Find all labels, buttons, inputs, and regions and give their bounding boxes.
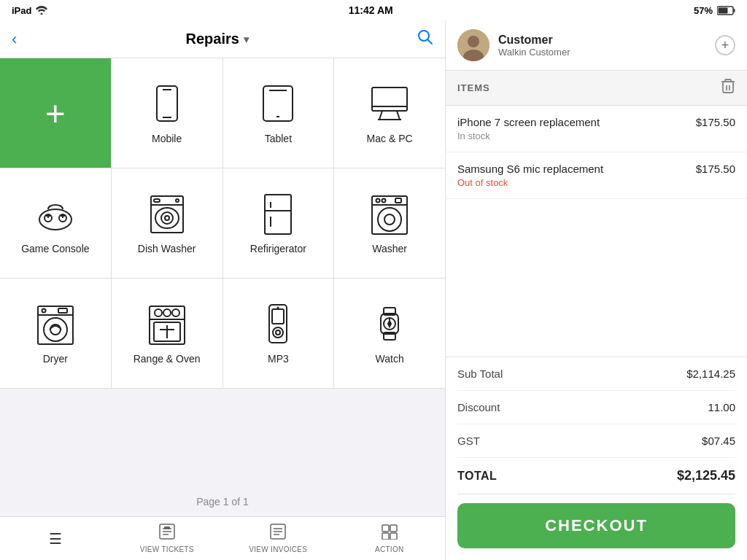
svg-rect-48	[58, 308, 67, 313]
mp3-icon	[256, 302, 300, 346]
customer-name: Customer	[498, 34, 706, 47]
chevron-down-icon[interactable]: ▾	[244, 34, 249, 45]
subtotal-label: Sub Total	[457, 368, 503, 380]
back-button[interactable]: ‹	[12, 30, 17, 49]
dryer-label: Dryer	[43, 353, 68, 365]
add-customer-button[interactable]: +	[715, 35, 735, 55]
category-game-console[interactable]: Game Console	[0, 168, 112, 278]
discount-row: Discount 11.00	[457, 391, 735, 424]
svg-rect-42	[395, 198, 401, 203]
svg-rect-31	[265, 195, 291, 234]
svg-rect-78	[390, 525, 397, 532]
nav-menu[interactable]: ☰	[0, 517, 112, 560]
svg-point-27	[161, 212, 173, 224]
pagination: Page 1 of 1	[0, 487, 445, 516]
item-name: iPhone 7 screen replacement	[457, 116, 600, 128]
subtotal-value: $2,114.25	[686, 368, 735, 380]
dish-washer-icon	[145, 192, 189, 236]
category-washer[interactable]: Washer	[334, 168, 445, 278]
category-dryer[interactable]: Dryer	[0, 279, 112, 388]
wifi-icon	[36, 6, 47, 15]
item-name: Samsung S6 mic replacement	[457, 163, 603, 175]
status-right: 57%	[694, 5, 735, 16]
left-header: ‹ Repairs ▾	[0, 20, 445, 58]
totals-section: Sub Total $2,114.25 Discount 11.00 GST $…	[446, 357, 747, 494]
category-range-oven[interactable]: Range & Oven	[112, 279, 223, 388]
view-tickets-label: VIEW TICKETS	[140, 545, 194, 553]
svg-point-53	[163, 309, 171, 316]
svg-marker-66	[388, 321, 391, 327]
svg-line-13	[379, 111, 382, 120]
item-price: $175.50	[696, 163, 735, 175]
add-category-button[interactable]: +	[0, 58, 112, 168]
category-mac-pc[interactable]: Mac & PC	[334, 58, 445, 168]
tickets-icon	[158, 524, 176, 544]
gst-value: $07.45	[702, 435, 735, 447]
category-dish-washer[interactable]: Dish Washer	[112, 168, 223, 278]
discount-label: Discount	[457, 401, 500, 413]
washer-label: Washer	[372, 243, 407, 254]
search-icon[interactable]	[417, 29, 433, 50]
game-console-label: Game Console	[21, 243, 89, 254]
status-time: 11:42 AM	[349, 4, 393, 16]
item-status: Out of stock	[457, 177, 603, 188]
svg-point-41	[382, 199, 386, 203]
total-row: TOTAL $2,125.45	[457, 458, 735, 494]
category-watch[interactable]: Watch	[334, 279, 445, 388]
item-row: iPhone 7 screen replacement In stock $17…	[446, 106, 747, 152]
svg-line-14	[397, 111, 400, 120]
total-label: TOTAL	[457, 470, 497, 483]
tablet-label: Tablet	[265, 133, 292, 144]
svg-rect-3	[733, 9, 735, 12]
nav-view-tickets[interactable]: VIEW TICKETS	[112, 517, 223, 560]
svg-rect-12	[372, 88, 407, 111]
checkout-button[interactable]: CHECKOUT	[457, 503, 735, 548]
washer-icon	[368, 192, 411, 236]
svg-rect-80	[390, 533, 397, 540]
mac-pc-label: Mac & PC	[367, 133, 413, 144]
svg-point-40	[376, 199, 380, 203]
svg-rect-79	[382, 533, 389, 540]
subtotal-row: Sub Total $2,114.25	[457, 357, 735, 391]
item-row: Samsung S6 mic replacement Out of stock …	[446, 152, 747, 199]
svg-rect-9	[263, 86, 293, 121]
category-mobile[interactable]: Mobile	[112, 58, 223, 168]
watch-label: Watch	[376, 353, 404, 365]
device-label: iPad	[12, 5, 31, 16]
svg-rect-58	[272, 309, 284, 324]
gst-label: GST	[457, 435, 480, 447]
grid-row: Game Console Dish Washer	[0, 168, 445, 279]
trash-icon[interactable]	[721, 78, 735, 98]
item-info: iPhone 7 screen replacement In stock	[457, 116, 600, 141]
svg-point-28	[165, 216, 169, 220]
svg-point-54	[172, 309, 179, 316]
category-tablet[interactable]: Tablet	[223, 58, 335, 168]
category-refrigerator[interactable]: Refirigerator	[223, 168, 335, 278]
invoices-icon	[269, 524, 287, 544]
range-oven-icon	[145, 302, 189, 346]
refrigerator-label: Refirigerator	[250, 243, 306, 254]
action-icon	[381, 524, 398, 544]
svg-rect-84	[723, 82, 733, 93]
grid-row: Dryer Range & Oven	[0, 279, 445, 389]
svg-rect-72	[164, 526, 170, 529]
hamburger-icon: ☰	[49, 530, 62, 548]
status-bar: iPad 11:42 AM 57%	[0, 0, 747, 20]
svg-point-52	[155, 309, 162, 316]
items-header: ITEMS	[446, 71, 747, 106]
view-invoices-label: VIEW INVOICES	[249, 545, 307, 553]
svg-point-0	[41, 13, 43, 15]
item-info: Samsung S6 mic replacement Out of stock	[457, 163, 603, 188]
battery-icon	[717, 6, 735, 15]
dish-washer-label: Dish Washer	[138, 243, 196, 254]
watch-icon	[368, 302, 411, 346]
category-grid: + Mobile Tablet	[0, 58, 445, 487]
battery-label: 57%	[694, 5, 713, 16]
nav-action[interactable]: ACTION	[334, 517, 446, 560]
mac-pc-icon	[368, 82, 411, 125]
tablet-icon	[256, 82, 300, 125]
nav-view-invoices[interactable]: VIEW INVOICES	[222, 517, 334, 560]
category-mp3[interactable]: MP3	[223, 279, 335, 388]
discount-value: 11.00	[708, 401, 735, 413]
svg-point-47	[42, 309, 45, 313]
